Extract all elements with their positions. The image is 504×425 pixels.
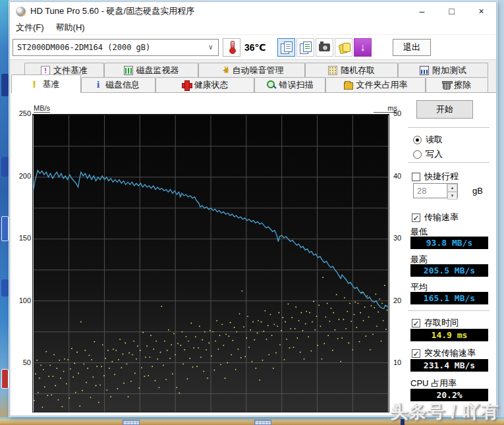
axis-tick-label: 30 bbox=[393, 234, 409, 242]
close-button[interactable]: × bbox=[466, 3, 496, 20]
folder-usage-icon bbox=[344, 82, 353, 90]
shortstroke-value[interactable]: 28 bbox=[414, 184, 447, 198]
radio-write-label: 写入 bbox=[426, 148, 443, 160]
axis-tick-label: 150 bbox=[14, 234, 31, 242]
separator bbox=[408, 127, 490, 128]
stepper-down-button[interactable]: ▼ bbox=[447, 192, 457, 200]
taskbar-icon-fragment bbox=[123, 420, 140, 425]
tab-disk-monitor[interactable]: 磁盘监视器 bbox=[104, 63, 198, 77]
burst-rate-value: 231.4 MB/s bbox=[410, 359, 488, 372]
menu-help[interactable]: 帮助(H) bbox=[50, 20, 91, 34]
shortstroke-label: 快捷行程 bbox=[424, 171, 459, 183]
transfer-rate-checkbox[interactable]: ✓ 传输速率 bbox=[412, 212, 459, 223]
start-button[interactable]: 开始 bbox=[416, 100, 473, 119]
toolbar: ST2000DM006-2DM164 (2000 gB) ∨ 36℃ ↓ 退出 bbox=[10, 35, 496, 60]
disk-info-icon bbox=[97, 80, 102, 90]
burst-rate-label: 突发传输速率 bbox=[424, 347, 476, 359]
tab-folder-usage[interactable]: 文件夹占用率 bbox=[325, 77, 426, 92]
error-scan-icon bbox=[267, 80, 276, 90]
axis-tick-label: 20 bbox=[393, 297, 409, 304]
shortstroke-stepper[interactable]: 28 ▲ ▼ bbox=[413, 183, 458, 198]
access-time-checkbox[interactable]: ✓ 存取时间 bbox=[412, 317, 459, 329]
erase-trash-icon bbox=[443, 82, 451, 90]
tab-label: 擦除 bbox=[454, 79, 471, 91]
access-time-value: 14.9 ms bbox=[410, 329, 488, 341]
export-button[interactable]: ↓ bbox=[354, 38, 372, 57]
tab-extra-tests[interactable]: 附加测试 bbox=[398, 63, 488, 77]
screenshot-button[interactable] bbox=[316, 38, 333, 57]
axis-tick-label: 50 bbox=[393, 109, 409, 117]
shortstroke-unit: gB bbox=[472, 186, 483, 196]
disk-monitor-icon bbox=[124, 66, 133, 75]
copy-text-button[interactable] bbox=[277, 38, 295, 57]
health-cross-icon bbox=[182, 80, 191, 90]
axis-tick-label: 100 bbox=[14, 297, 31, 304]
burst-rate-checkbox-icon[interactable]: ✓ bbox=[412, 349, 420, 358]
right-axis-ticks: 5040302010 bbox=[393, 2, 409, 416]
separator bbox=[408, 162, 490, 163]
burst-rate-checkbox[interactable]: ✓ 突发传输速率 bbox=[412, 347, 476, 359]
tab-health[interactable]: 健康状态 bbox=[155, 77, 254, 92]
chevron-down-icon: ∨ bbox=[208, 40, 213, 55]
radio-read-label: 读取 bbox=[426, 134, 443, 146]
drive-select-value: ST2000DM006-2DM164 (2000 gB) bbox=[17, 43, 150, 52]
tab-error-scan[interactable]: 错误扫描 bbox=[254, 77, 325, 92]
benchmark-lamp-icon bbox=[33, 80, 40, 89]
access-time-label: 存取时间 bbox=[424, 317, 459, 329]
thermometer-icon bbox=[229, 41, 235, 54]
app-window: HD Tune Pro 5.60 - 硬盘/固态硬盘实用程序 – □ × 文件(… bbox=[9, 1, 497, 416]
export-down-icon: ↓ bbox=[360, 42, 366, 53]
min-value: 93.8 MB/s bbox=[410, 237, 488, 249]
tab-aam[interactable]: 自动噪音管理 bbox=[198, 63, 305, 77]
save-report-button[interactable] bbox=[335, 38, 352, 57]
camera-icon bbox=[319, 43, 330, 51]
radio-write-icon[interactable] bbox=[413, 150, 422, 159]
random-access-icon bbox=[328, 66, 337, 75]
stepper-up-button[interactable]: ▲ bbox=[447, 184, 457, 192]
radio-read-icon[interactable] bbox=[413, 136, 422, 144]
tab-label: 错误扫描 bbox=[279, 79, 314, 91]
radio-read[interactable]: 读取 bbox=[413, 134, 443, 146]
temperature-button[interactable] bbox=[223, 38, 240, 57]
extra-tests-icon bbox=[420, 66, 429, 75]
file-benchmark-icon bbox=[41, 66, 50, 75]
tab-label: 附加测试 bbox=[432, 65, 466, 76]
watermark: 头条号 / 吖有 bbox=[390, 400, 499, 424]
desktop-icon-fragment bbox=[1, 279, 9, 297]
minimize-button[interactable]: – bbox=[407, 3, 437, 20]
save-report-icon bbox=[339, 42, 349, 53]
desktop-icon-fragment bbox=[1, 157, 9, 177]
tab-label: 磁盘监视器 bbox=[136, 65, 179, 76]
axis-tick-label: 40 bbox=[393, 172, 409, 180]
taskbar-icon-fragment bbox=[254, 420, 271, 425]
shortstroke-checkbox[interactable]: 快捷行程 bbox=[412, 171, 459, 183]
window-title: HD Tune Pro 5.60 - 硬盘/固态硬盘实用程序 bbox=[30, 5, 194, 17]
shortstroke-checkbox-icon[interactable] bbox=[412, 173, 420, 181]
drive-select-combobox[interactable]: ST2000DM006-2DM164 (2000 gB) ∨ bbox=[13, 39, 219, 56]
titlebar[interactable]: HD Tune Pro 5.60 - 硬盘/固态硬盘实用程序 – □ × bbox=[10, 2, 496, 20]
desktop-icon-fragment bbox=[1, 216, 9, 241]
radio-write[interactable]: 写入 bbox=[413, 148, 443, 160]
tab-erase[interactable]: 擦除 bbox=[426, 77, 488, 92]
tab-label: 磁盘信息 bbox=[105, 79, 140, 91]
cpu-usage-label: CPU 占用率 bbox=[410, 378, 457, 389]
axis-tick-label: 250 bbox=[14, 109, 31, 117]
transfer-rate-checkbox-icon[interactable]: ✓ bbox=[412, 213, 420, 222]
desktop-left-strip bbox=[0, 0, 9, 425]
aam-speaker-icon bbox=[220, 66, 229, 75]
axis-tick-label: 50 bbox=[14, 358, 31, 366]
tab-random-access[interactable]: 随机存取 bbox=[305, 63, 398, 77]
transfer-rate-label: 传输速率 bbox=[424, 212, 459, 223]
tab-label: 基准 bbox=[43, 78, 60, 90]
left-axis-unit: MB/s bbox=[34, 104, 50, 113]
axis-tick-label: 200 bbox=[14, 172, 31, 180]
desktop-icon-fragment bbox=[1, 74, 9, 96]
tab-disk-info[interactable]: 磁盘信息 bbox=[81, 77, 155, 92]
copy-image-button[interactable] bbox=[296, 38, 314, 57]
maximize-button[interactable]: □ bbox=[437, 3, 466, 20]
left-axis-ticks: 25020015010050 bbox=[14, 2, 31, 416]
access-time-checkbox-icon[interactable]: ✓ bbox=[412, 319, 420, 327]
copy-text-icon bbox=[281, 42, 293, 53]
tab-label: 自动噪音管理 bbox=[233, 65, 284, 76]
avg-value: 165.1 MB/s bbox=[410, 292, 488, 304]
